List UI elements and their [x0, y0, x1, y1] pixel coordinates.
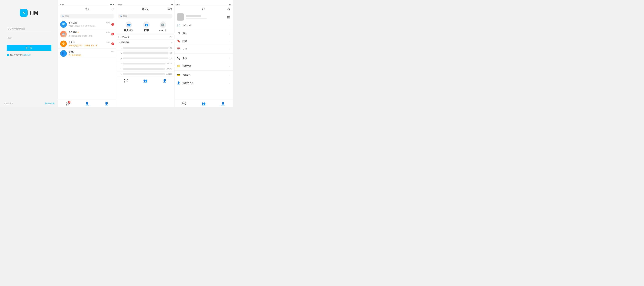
group-arrow: ▶ [121, 52, 122, 54]
chevron-right-icon: › [230, 74, 230, 76]
menu-label: 我的文件 [182, 65, 227, 67]
group-arrow: ▶ [121, 73, 122, 75]
group-name [123, 68, 164, 70]
agree-link[interactable]: 服务条款 [24, 54, 30, 56]
tab-messages-contacts[interactable]: 💬 [116, 77, 136, 84]
add-message-button[interactable]: + [112, 7, 114, 11]
friend-notify-label: 朋友通知 [124, 29, 134, 32]
status-time-messages: 09:32 [60, 3, 64, 5]
tab-contacts[interactable]: 👥 [136, 77, 155, 84]
business-card-icon: 👤 [177, 81, 180, 85]
profile-bottom-tabs: 💬 👥 👤 [174, 100, 232, 107]
message-badge: 2 [111, 42, 114, 45]
message-preview: [有通知] QQ天气：【闽侯】多云 18°... [68, 44, 99, 47]
shortcut-friend-notify[interactable]: 👥 朋友通知 [124, 21, 134, 32]
favorites-icon: 🔖 [177, 39, 180, 43]
list-item[interactable]: 📰 腾讯新闻 ✔ 9:30 夜市女老板爆红 被称果汁西施 2 [58, 29, 116, 39]
chevron-right-icon: › [230, 32, 230, 34]
message-content: 群助手 8:56 [5个群有新消息] [68, 50, 114, 57]
login-button[interactable]: 登 录 [7, 45, 52, 51]
avatar: ✉ [60, 21, 67, 28]
menu-item-phone[interactable]: 📞 电话 › [174, 54, 232, 62]
password-input[interactable] [7, 34, 52, 41]
group-chat-label: 群聊 [144, 29, 149, 32]
status-icons-profile: 96 [229, 3, 231, 5]
status-icons-messages: 📷 97 [110, 3, 115, 5]
tab-messages[interactable]: 💬 5 [58, 100, 78, 107]
messages-title: 消息 [85, 8, 90, 11]
profile-name [186, 15, 201, 17]
profile-panel: 09:33 96 我 ⚙ ▦ 📄 协作文档 › ✉ 邮件 [174, 0, 232, 107]
message-preview: [5个群有新消息] [68, 54, 81, 56]
agree-checkbox[interactable]: ✓ [7, 54, 9, 56]
message-badge: 2 [111, 33, 114, 35]
official-label: 公众号 [159, 29, 166, 32]
contacts-bottom-tabs: 💬 👥 👤 [116, 77, 174, 84]
group-item[interactable]: ▶ 2/6 [116, 56, 174, 61]
avatar [177, 13, 184, 20]
profile-user-header: ▦ [174, 12, 232, 21]
chevron-right-icon: › [230, 65, 230, 67]
common-groups-header[interactable]: ▼ 常用群聊 3 [116, 40, 174, 45]
qr-code-icon[interactable]: ▦ [227, 15, 230, 19]
shortcut-official[interactable]: 🏢 公众号 [159, 21, 166, 32]
add-contact-button[interactable]: 添加 [168, 8, 172, 10]
group-item[interactable]: ▶ 122/181 [116, 66, 174, 71]
messages-panel: 09:32 📷 97 消息 + 🔍 搜索 ✉ 邮件提醒 9:30 [58, 0, 116, 107]
group-item[interactable]: ▶ 153/206 [116, 71, 174, 77]
wallet-icon: 💳 [177, 73, 180, 77]
message-time: 9:30 [106, 41, 110, 43]
tab-contacts-profile[interactable]: 👥 [194, 100, 213, 107]
menu-label: 电话 [182, 57, 227, 60]
group-count: 86/114 [167, 62, 172, 65]
friend-notify-icon: 👥 [126, 21, 132, 28]
message-preview: 夜市女老板爆红 被称果汁西施 [68, 35, 92, 37]
menu-item-docs[interactable]: 📄 协作文档 › [174, 21, 232, 29]
section-count: 0/0 [170, 36, 172, 38]
list-item[interactable]: 👥 群助手 8:56 [5个群有新消息] [58, 49, 116, 58]
chat-icon: 💬 [182, 102, 186, 106]
group-count: 3/6 [170, 47, 172, 49]
menu-item-business-card[interactable]: 👤 我的名片夹 › [174, 79, 232, 87]
menu-item-favorites[interactable]: 🔖 收藏 › [174, 37, 232, 45]
shortcut-group-chat[interactable]: 👥 群聊 [143, 21, 150, 32]
verified-icon: ✔ [78, 31, 79, 33]
tab-badge: 5 [68, 101, 70, 103]
menu-item-schedule[interactable]: 📅 日程 › [174, 45, 232, 53]
tab-profile-contacts[interactable]: 👤 [155, 77, 174, 84]
menu-label: 协作文档 [182, 24, 227, 27]
profile-info [184, 15, 227, 19]
settings-icon[interactable]: ⚙ [227, 7, 230, 11]
tab-contacts-msg[interactable]: 👤 [78, 100, 97, 107]
list-item[interactable]: ⚙ 服务号 9:30 [有通知] QQ天气：【闽侯】多云 18°... 2 [58, 39, 116, 49]
status-bar-messages: 09:32 📷 97 [58, 3, 116, 6]
group-item[interactable]: ▶ 4/9 [116, 51, 174, 56]
tab-messages-profile[interactable]: 💬 [174, 100, 194, 107]
message-name: 群助手 [68, 50, 75, 53]
message-preview: TIM可以帮你收发个人及工作邮件。 [68, 25, 97, 27]
special-care-header[interactable]: ▶ 特别关心 0/0 [116, 34, 174, 40]
menu-item-files[interactable]: 📁 我的文件 › [174, 62, 232, 70]
status-icons-contacts: 96 [171, 3, 173, 5]
messages-bottom-tabs: 💬 5 👤 👤 [58, 100, 116, 107]
tab-profile-msg[interactable]: 👤 [97, 100, 116, 107]
qq-input[interactable] [7, 26, 52, 32]
messages-search[interactable]: 🔍 搜索 [60, 14, 114, 18]
section-arrow: ▶ [118, 36, 120, 38]
profile-menu: 📄 协作文档 › ✉ 邮件 › 🔖 收藏 › 📅 日程 › 📞 [174, 21, 232, 100]
menu-item-wallet[interactable]: 💳 QQ钱包 › [174, 71, 232, 79]
group-item[interactable]: ▶ 3/6 [116, 45, 174, 51]
menu-item-email[interactable]: ✉ 邮件 › [174, 29, 232, 37]
message-time: 9:30 [106, 22, 110, 24]
group-item[interactable]: ▶ 86/114 [116, 61, 174, 66]
tab-profile[interactable]: 👤 [213, 100, 232, 107]
contacts-search[interactable]: 🔍 搜索 [118, 14, 172, 18]
menu-label: QQ钱包 [182, 74, 227, 77]
login-register[interactable]: 新用户注册 [45, 102, 54, 105]
list-item[interactable]: ✉ 邮件提醒 9:30 TIM可以帮你收发个人及工作邮件。 1 [58, 20, 116, 29]
login-help[interactable]: 无法登录？ [4, 102, 13, 105]
group-count: 4/9 [170, 52, 172, 54]
login-form: 登 录 ✓ 我已阅读并同意 服务条款 [7, 26, 52, 56]
menu-spacer [174, 53, 232, 54]
message-name: 邮件提醒 [68, 21, 77, 24]
